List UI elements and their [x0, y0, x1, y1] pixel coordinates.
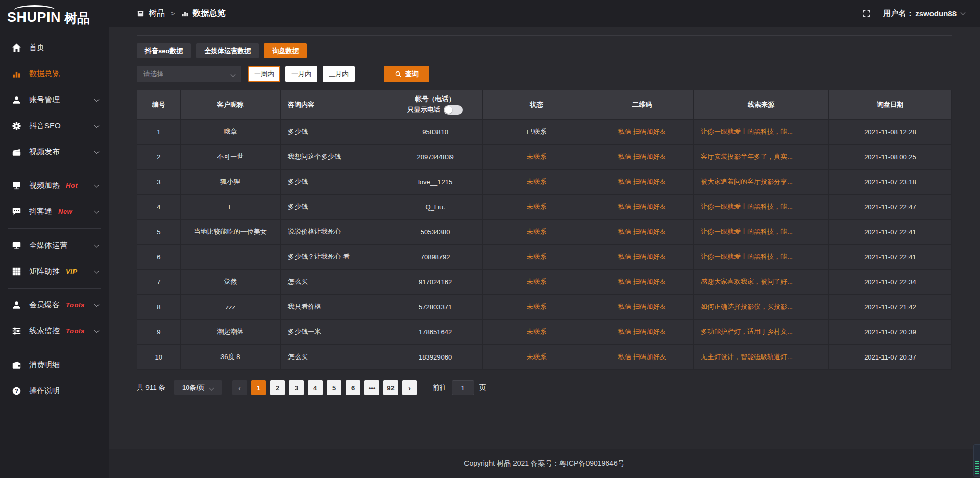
cell-qrcode[interactable]: 私信 扫码加好友 [591, 119, 693, 145]
page-button-2[interactable]: 2 [270, 380, 285, 395]
sidebar-item-doukertong[interactable]: 抖客通New [0, 199, 109, 225]
cell-source[interactable]: 让你一眼就爱上的黑科技，能... [694, 195, 829, 220]
filter-bar: 请选择 一周内一月内三月内 查询 [137, 66, 952, 82]
cell-source[interactable]: 无主灯设计，智能磁吸轨道灯... [694, 345, 829, 370]
search-button[interactable]: 查询 [384, 66, 429, 82]
cell-qrcode[interactable]: 私信 扫码加好友 [591, 170, 693, 195]
cell-qrcode[interactable]: 私信 扫码加好友 [591, 220, 693, 245]
sidebar-item-consumption-detail[interactable]: 消费明细 [0, 352, 109, 378]
page-ellipsis-button[interactable]: ••• [364, 380, 379, 395]
cell-qrcode[interactable]: 私信 扫码加好友 [591, 345, 693, 370]
sidebar-item-video-publish[interactable]: 视频发布 [0, 139, 109, 165]
user-menu[interactable]: 用户名：zswodun88 [883, 9, 965, 18]
sidebar-badge: New [58, 208, 72, 216]
sidebar-item-label: 会员爆客 [29, 300, 60, 310]
cell-account: 50534380 [388, 220, 482, 245]
sidebar-item-media-operation[interactable]: 全媒体运营 [0, 232, 109, 258]
page-size-select[interactable]: 10条/页 [174, 380, 222, 395]
sidebar-item-member-baoke[interactable]: 会员爆客Tools [0, 292, 109, 318]
cell-status: 未联系 [482, 270, 591, 295]
cell-source[interactable]: 让你一眼就爱上的黑科技，能... [694, 119, 829, 145]
sidebar-item-label: 数据总览 [29, 69, 60, 79]
page-button-3[interactable]: 3 [289, 380, 304, 395]
cell-source[interactable]: 让你一眼就爱上的黑科技，能... [694, 220, 829, 245]
chevron-down-icon [94, 242, 100, 247]
period-button-one-week[interactable]: 一周内 [248, 66, 280, 82]
tab-inquiry-data[interactable]: 询盘数据 [264, 43, 307, 58]
cell-source[interactable]: 客厅安装投影半年多了，真实... [694, 145, 829, 170]
breadcrumb-separator: > [171, 10, 175, 17]
cell-source[interactable]: 感谢大家喜欢我家，被问了好... [694, 270, 829, 295]
cell-nickname: 36度 8 [180, 345, 280, 370]
filter-select[interactable]: 请选择 [137, 66, 241, 82]
sidebar-divider [8, 288, 101, 289]
widget-bars-icon [975, 461, 979, 474]
cell-qrcode[interactable]: 私信 扫码加好友 [591, 195, 693, 220]
page-button-4[interactable]: 4 [308, 380, 323, 395]
sidebar-item-clue-monitor[interactable]: 线索监控Tools [0, 318, 109, 344]
cell-source[interactable]: 被大家追着问的客厅投影分享... [694, 170, 829, 195]
fullscreen-icon[interactable] [862, 9, 871, 18]
table-header-row: 编号 客户昵称 咨询内容 帐号（电话） 只显示电话 状态 [137, 90, 952, 119]
sidebar-item-video-heat[interactable]: 视频加热Hot [0, 173, 109, 199]
sidebar-item-home[interactable]: 首页 [0, 35, 109, 61]
col-header-content: 咨询内容 [280, 90, 388, 119]
cell-qrcode[interactable]: 私信 扫码加好友 [591, 145, 693, 170]
cell-source[interactable]: 如何正确选择投影仪，买投影... [694, 295, 829, 320]
floating-widget[interactable] [973, 444, 980, 477]
cell-qrcode[interactable]: 私信 扫码加好友 [591, 295, 693, 320]
cell-id: 10 [137, 345, 181, 370]
period-button-one-month[interactable]: 一月内 [285, 66, 317, 82]
cell-status: 未联系 [482, 320, 591, 345]
cell-id: 7 [137, 270, 181, 295]
cell-nickname: 不可一世 [180, 145, 280, 170]
period-button-three-months[interactable]: 三月内 [323, 66, 355, 82]
tab-douyin-seo-data[interactable]: 抖音seo数据 [137, 43, 191, 58]
content: 抖音seo数据全媒体运营数据询盘数据 请选择 一周内一月内三月内 查询 [109, 27, 980, 449]
cell-account: 2097344839 [388, 145, 482, 170]
sidebar-item-data-overview[interactable]: 数据总览 [0, 61, 109, 87]
cell-status: 已联系 [482, 119, 591, 145]
table-row: 5当地比较能吃的一位美女说说价格让我死心50534380未联系私信 扫码加好友让… [137, 220, 952, 245]
cell-nickname: zzz [180, 295, 280, 320]
sidebar-item-label: 矩阵助推 [29, 267, 60, 276]
page-jump-label-before: 前往 [433, 383, 447, 392]
page-button-92[interactable]: 92 [383, 380, 398, 395]
document-icon [137, 10, 144, 17]
chevron-down-icon [94, 182, 100, 187]
chart-icon [12, 69, 21, 79]
sidebar-item-operation-guide[interactable]: ?操作说明 [0, 378, 109, 404]
page-button-5[interactable]: 5 [327, 380, 341, 395]
svg-text:?: ? [15, 388, 18, 394]
brand-logo[interactable]: SHUPIN 树品 [0, 0, 109, 27]
page-button-6[interactable]: 6 [346, 380, 360, 395]
prev-page-button[interactable]: ‹ [232, 380, 247, 395]
cell-source[interactable]: 多功能护栏灯，适用于乡村文... [694, 320, 829, 345]
cell-qrcode[interactable]: 私信 扫码加好友 [591, 320, 693, 345]
table-row: 8zzz我只看价格572803371未联系私信 扫码加好友如何正确选择投影仪，买… [137, 295, 952, 320]
cell-account: 572803371 [388, 295, 482, 320]
sidebar-item-account-management[interactable]: 账号管理 [0, 87, 109, 113]
phone-only-toggle[interactable] [444, 105, 463, 115]
sidebar-item-matrix-boost[interactable]: 矩阵助推VIP [0, 258, 109, 284]
cell-account: Q_Liu. [388, 195, 482, 220]
cell-account: 9583810 [388, 119, 482, 145]
sidebar-item-douyin-seo[interactable]: 抖音SEO [0, 113, 109, 139]
chevron-down-icon [94, 302, 100, 307]
page-button-1[interactable]: 1 [251, 380, 266, 395]
table-row: 1036度 8怎么买183929060未联系私信 扫码加好友无主灯设计，智能磁吸… [137, 345, 952, 370]
page-jump-input[interactable] [452, 380, 474, 395]
phone-toggle-label: 只显示电话 [407, 105, 440, 115]
chevron-down-icon [94, 328, 100, 333]
cell-qrcode[interactable]: 私信 扫码加好友 [591, 245, 693, 270]
chevron-down-icon [94, 268, 100, 273]
cell-source[interactable]: 让你一眼就爱上的黑科技，能... [694, 245, 829, 270]
cell-qrcode[interactable]: 私信 扫码加好友 [591, 270, 693, 295]
chevron-down-icon [94, 149, 100, 154]
breadcrumb-root[interactable]: 树品 [149, 8, 165, 19]
brand-logo-en: SHUPIN [7, 11, 61, 25]
cell-content: 多少钱？让我死心 看 [280, 245, 388, 270]
next-page-button[interactable]: › [402, 380, 417, 395]
tab-media-operation-data[interactable]: 全媒体运营数据 [196, 43, 259, 58]
cell-content: 多少钱一米 [280, 320, 388, 345]
